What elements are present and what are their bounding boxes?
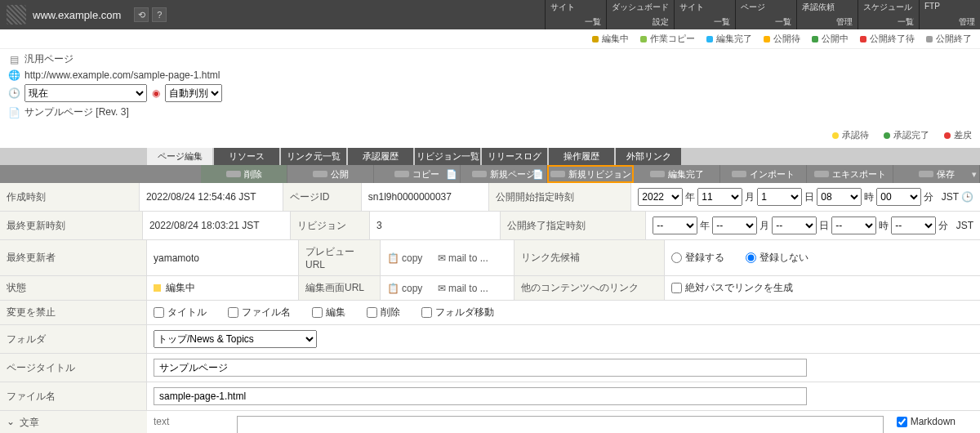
tab-リリースログ[interactable]: リリースログ bbox=[482, 148, 547, 165]
value-revision: 3 bbox=[370, 212, 500, 239]
pubend-day[interactable]: -- bbox=[772, 216, 817, 234]
pubstart-hour[interactable]: 08 bbox=[817, 188, 862, 206]
mailto-preview-link[interactable]: ✉ mail to ... bbox=[438, 252, 488, 264]
label-preview-url: プレビューURL bbox=[299, 240, 381, 275]
value-updated: 2022/08/24 18:03:21 JST bbox=[143, 212, 291, 239]
top-tab-4[interactable]: 承認依頼管理 bbox=[796, 0, 858, 29]
time-select[interactable]: 現在 bbox=[24, 84, 147, 102]
legend2-item: 承認完了 bbox=[884, 129, 929, 141]
tool-新規リビジョン[interactable]: 新規リビジョン bbox=[547, 165, 634, 183]
label-state: 状態 bbox=[0, 276, 147, 300]
top-tab-1[interactable]: ダッシュボード設定 bbox=[606, 0, 674, 29]
doc-icon: 📄 bbox=[446, 169, 457, 180]
chk-lock-フォルダ移動[interactable]: フォルダ移動 bbox=[421, 306, 494, 319]
chevron-down-icon[interactable]: ⌄ bbox=[7, 416, 15, 433]
top-tab-2[interactable]: サイト一覧 bbox=[674, 0, 735, 29]
legend-item: 編集完了 bbox=[706, 33, 752, 45]
label-created: 作成時刻 bbox=[0, 183, 140, 211]
pubend-year[interactable]: -- bbox=[653, 216, 697, 234]
approval-legend: 承認待承認完了差戻 bbox=[0, 126, 980, 148]
app-grip-icon bbox=[7, 5, 26, 25]
tab-リビジョン一覧[interactable]: リビジョン一覧 bbox=[415, 148, 480, 165]
chk-lock-タイトル[interactable]: タイトル bbox=[154, 306, 207, 319]
tool-インポート[interactable]: インポート bbox=[720, 165, 807, 183]
pubstart-day[interactable]: 1 bbox=[757, 188, 802, 206]
chk-markdown[interactable]: Markdown bbox=[897, 416, 956, 427]
top-tab-6[interactable]: FTP管理 bbox=[919, 0, 980, 29]
label-filename: ファイル名 bbox=[0, 382, 147, 410]
tab-strip: ページ編集リソースリンク元一覧承認履歴リビジョン一覧リリースログ操作履歴外部リン… bbox=[0, 148, 980, 165]
tab-ページ編集[interactable]: ページ編集 bbox=[147, 148, 212, 165]
pubend-month[interactable]: -- bbox=[712, 216, 757, 234]
folder-select[interactable]: トップ/News & Topics bbox=[154, 330, 317, 348]
tool-エキスポート[interactable]: エキスポート bbox=[807, 165, 893, 183]
title-input[interactable] bbox=[154, 359, 807, 377]
state-color-icon bbox=[154, 284, 161, 292]
label-updated: 最終更新時刻 bbox=[0, 212, 143, 239]
label-folder: フォルダ bbox=[0, 325, 147, 353]
mailto-edit-link[interactable]: ✉ mail to ... bbox=[438, 283, 488, 294]
page-type: 汎用ページ bbox=[24, 52, 74, 66]
chk-lock-ファイル名[interactable]: ファイル名 bbox=[228, 306, 291, 319]
page-icon: ▤ bbox=[8, 54, 20, 65]
body-format: text bbox=[147, 411, 237, 433]
chk-lock-編集[interactable]: 編集 bbox=[312, 306, 345, 319]
legend-item: 公開終了 bbox=[926, 33, 972, 45]
value-page-id: sn1l9h0000000037 bbox=[362, 183, 489, 211]
chk-absolute-path[interactable]: 絶対パスでリンクを生成 bbox=[671, 281, 793, 295]
legend-item: 作業コピー bbox=[640, 33, 695, 45]
site-url: www.example.com bbox=[33, 9, 121, 21]
body-textarea[interactable] bbox=[237, 416, 884, 433]
tab-操作履歴[interactable]: 操作履歴 bbox=[549, 148, 614, 165]
reload-icon[interactable]: ⟲ bbox=[134, 7, 149, 22]
toolbar: 削除公開コピー📄新規ページ📄新規リビジョン編集完了インポートエキスポート保存▾ bbox=[0, 165, 980, 183]
label-updater: 最終更新者 bbox=[0, 240, 147, 275]
pubend-min[interactable]: -- bbox=[891, 216, 936, 234]
tool-削除[interactable]: 削除 bbox=[201, 165, 287, 183]
pubstart-month[interactable]: 11 bbox=[697, 188, 742, 206]
tool-新規ページ[interactable]: 新規ページ📄 bbox=[461, 165, 547, 183]
legend2-item: 差戻 bbox=[944, 129, 972, 141]
top-tab-0[interactable]: サイト一覧 bbox=[545, 0, 606, 29]
tab-リンク元一覧[interactable]: リンク元一覧 bbox=[281, 148, 346, 165]
tool-保存[interactable]: 保存▾ bbox=[893, 165, 980, 183]
sample-page-label: サンプルページ [Rev. 3] bbox=[24, 105, 129, 119]
pubend-hour[interactable]: -- bbox=[831, 216, 876, 234]
label-body: ⌄文章 bbox=[0, 411, 147, 433]
tool-編集完了[interactable]: 編集完了 bbox=[634, 165, 720, 183]
tool-コピー[interactable]: コピー📄 bbox=[374, 165, 461, 183]
clock-icon: 🕒 bbox=[8, 87, 20, 99]
help-icon[interactable]: ? bbox=[152, 7, 167, 22]
label-edit-url: 編集画面URL bbox=[299, 276, 381, 300]
tab-外部リンク[interactable]: 外部リンク bbox=[616, 148, 681, 165]
label-title: ページタイトル bbox=[0, 354, 147, 382]
label-link-cand: リンク先候補 bbox=[514, 240, 665, 275]
chk-lock-削除[interactable]: 削除 bbox=[367, 306, 400, 319]
label-pub-end: 公開終了指定時刻 bbox=[501, 212, 647, 239]
pubstart-year[interactable]: 2022 bbox=[638, 188, 683, 206]
top-tab-5[interactable]: スケジュール一覧 bbox=[858, 0, 919, 29]
value-state: 編集中 bbox=[166, 281, 195, 295]
value-created: 2022/08/24 12:54:46 JST bbox=[140, 183, 284, 211]
radio-no-register[interactable]: 登録しない bbox=[746, 251, 808, 265]
top-bar: www.example.com ⟲ ? サイト一覧ダッシュボード設定サイト一覧ペ… bbox=[0, 0, 980, 29]
dropdown-icon[interactable]: ▾ bbox=[972, 169, 977, 180]
auto-detect-select[interactable]: 自動判別 bbox=[165, 84, 222, 102]
tool-公開[interactable]: 公開 bbox=[287, 165, 374, 183]
tab-承認履歴[interactable]: 承認履歴 bbox=[348, 148, 413, 165]
page-full-url: http://www.example.com/sample-page-1.htm… bbox=[24, 69, 220, 81]
radio-register[interactable]: 登録する bbox=[671, 251, 724, 265]
copy-preview-link[interactable]: 📋 copy bbox=[387, 252, 422, 264]
doc-icon: 📄 bbox=[532, 169, 544, 180]
legend-item: 編集中 bbox=[592, 33, 629, 45]
pubstart-min[interactable]: 00 bbox=[876, 188, 921, 206]
tab-リソース[interactable]: リソース bbox=[214, 148, 279, 165]
record-icon: ◉ bbox=[152, 87, 160, 99]
clock-icon[interactable]: 🕒 bbox=[961, 191, 973, 203]
top-tab-3[interactable]: ページ一覧 bbox=[735, 0, 796, 29]
legend-item: 公開終了待 bbox=[860, 33, 915, 45]
globe-icon: 🌐 bbox=[8, 69, 20, 81]
copy-edit-link[interactable]: 📋 copy bbox=[387, 283, 422, 294]
label-revision: リビジョン bbox=[291, 212, 370, 239]
filename-input[interactable] bbox=[154, 387, 807, 405]
